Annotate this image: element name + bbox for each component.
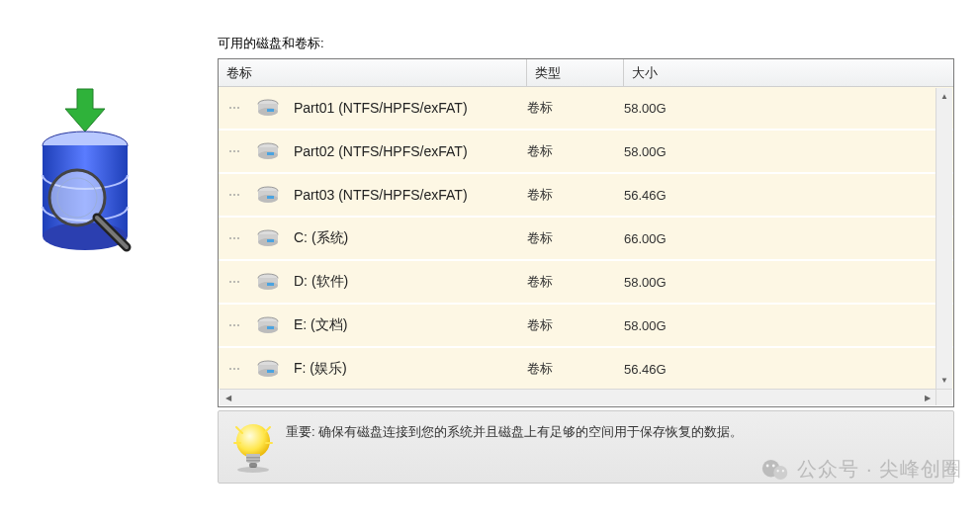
svg-rect-19	[267, 196, 274, 199]
svg-rect-23	[267, 239, 274, 242]
volume-name: Part03 (NTFS/HPFS/exFAT)	[294, 187, 468, 203]
svg-rect-15	[267, 152, 274, 155]
disk-icon	[256, 229, 280, 247]
svg-point-43	[766, 464, 769, 467]
volume-type: 卷标	[527, 273, 624, 291]
volume-size: 58.00G	[624, 275, 953, 290]
available-disks-label: 可用的磁盘和卷标:	[218, 35, 954, 52]
table-row[interactable]: ⋯ Part03 (NTFS/HPFS/exFAT) 卷标 56.46G	[219, 174, 953, 216]
scan-disk-illustration	[10, 84, 163, 252]
volume-type: 卷标	[527, 360, 624, 378]
volume-size: 58.00G	[624, 101, 953, 116]
scroll-left-icon[interactable]: ◀	[220, 390, 236, 405]
lightbulb-icon	[232, 421, 274, 473]
disk-icon	[256, 99, 280, 117]
table-header: 卷标 类型 大小	[219, 59, 953, 87]
volume-size: 66.00G	[624, 231, 953, 246]
volume-table: 卷标 类型 大小 ⋯ Part01 (NTFS/HPFS/exFAT) 卷标 5…	[218, 58, 954, 407]
svg-point-44	[772, 464, 775, 467]
volume-size: 56.46G	[624, 188, 953, 203]
table-body: ⋯ Part01 (NTFS/HPFS/exFAT) 卷标 58.00G ⋯ P…	[219, 87, 953, 389]
disk-icon	[256, 142, 280, 160]
table-row[interactable]: ⋯ F: (娱乐) 卷标 56.46G	[219, 348, 953, 389]
svg-rect-35	[267, 370, 274, 373]
tip-text: 重要: 确保有磁盘连接到您的系统并且磁盘上有足够的空间用于保存恢复的数据。	[286, 423, 743, 441]
scroll-down-icon[interactable]: ▼	[936, 372, 952, 389]
table-row[interactable]: ⋯ D: (软件) 卷标 58.00G	[219, 261, 953, 303]
scroll-corner	[935, 389, 952, 405]
svg-point-45	[777, 470, 779, 472]
tree-branch-icon: ⋯	[228, 362, 256, 376]
table-row[interactable]: ⋯ E: (文档) 卷标 58.00G	[219, 305, 953, 346]
column-header-size[interactable]: 大小	[624, 59, 953, 86]
scroll-up-icon[interactable]: ▲	[936, 88, 952, 105]
svg-point-36	[236, 424, 270, 458]
volume-name: C: (系统)	[294, 229, 348, 247]
volume-name: Part02 (NTFS/HPFS/exFAT)	[294, 143, 468, 159]
volume-size: 56.46G	[624, 362, 953, 377]
volume-name: E: (文档)	[294, 316, 347, 334]
tree-branch-icon: ⋯	[228, 231, 256, 245]
horizontal-scrollbar[interactable]: ◀ ▶	[220, 389, 935, 405]
svg-rect-38	[246, 460, 260, 462]
volume-size: 58.00G	[624, 144, 953, 159]
watermark-text: 公众号 · 尖峰创圈	[797, 456, 962, 483]
svg-rect-11	[267, 109, 274, 112]
svg-point-46	[782, 470, 784, 472]
disk-icon	[256, 316, 280, 334]
scroll-right-icon[interactable]: ▶	[919, 390, 935, 405]
tree-branch-icon: ⋯	[228, 318, 256, 332]
column-header-volume[interactable]: 卷标	[219, 59, 527, 86]
disk-icon	[256, 273, 280, 291]
disk-icon	[256, 360, 280, 378]
volume-type: 卷标	[527, 316, 624, 334]
volume-type: 卷标	[527, 186, 624, 204]
svg-point-42	[774, 466, 788, 480]
volume-name: Part01 (NTFS/HPFS/exFAT)	[294, 100, 468, 116]
svg-point-40	[237, 467, 269, 473]
svg-rect-37	[246, 457, 260, 459]
volume-type: 卷标	[527, 229, 624, 247]
svg-marker-0	[65, 89, 105, 132]
table-row[interactable]: ⋯ Part01 (NTFS/HPFS/exFAT) 卷标 58.00G	[219, 87, 953, 129]
table-row[interactable]: ⋯ C: (系统) 卷标 66.00G	[219, 218, 953, 259]
volume-size: 58.00G	[624, 318, 953, 333]
svg-rect-31	[267, 326, 274, 329]
volume-type: 卷标	[527, 99, 624, 117]
tree-branch-icon: ⋯	[228, 144, 256, 158]
volume-name: D: (软件)	[294, 273, 348, 291]
tree-branch-icon: ⋯	[228, 188, 256, 202]
tree-branch-icon: ⋯	[228, 101, 256, 115]
table-row[interactable]: ⋯ Part02 (NTFS/HPFS/exFAT) 卷标 58.00G	[219, 131, 953, 172]
volume-name: F: (娱乐)	[294, 360, 347, 378]
vertical-scrollbar[interactable]: ▲ ▼	[935, 88, 952, 389]
tree-branch-icon: ⋯	[228, 275, 256, 289]
disk-icon	[256, 186, 280, 204]
volume-type: 卷标	[527, 142, 624, 160]
svg-rect-27	[267, 283, 274, 286]
wechat-icon	[761, 459, 789, 481]
watermark: 公众号 · 尖峰创圈	[761, 456, 962, 483]
column-header-type[interactable]: 类型	[527, 59, 624, 86]
